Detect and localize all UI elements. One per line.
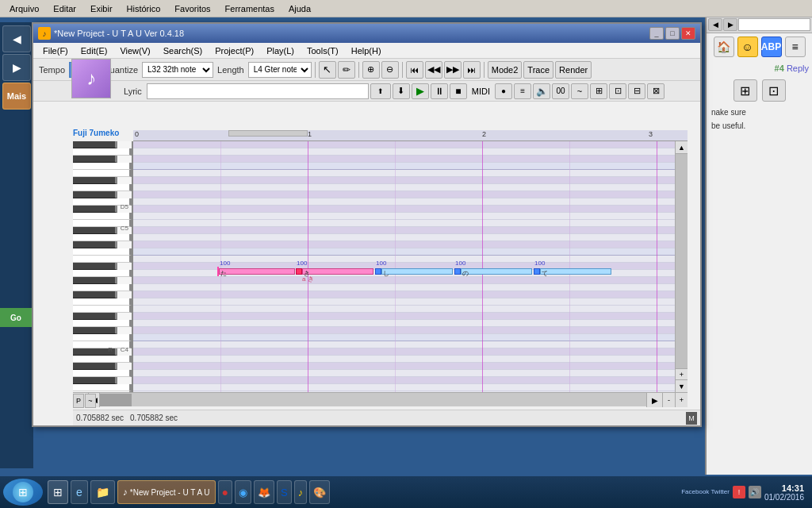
select-tool-btn[interactable]: ↖ <box>319 61 336 79</box>
action-icon-1[interactable]: ⊞ <box>733 79 757 102</box>
menu-file[interactable]: File(F) <box>36 44 75 57</box>
taskbar-app-utau[interactable]: ♪ *New Project - U T A U <box>117 480 216 504</box>
piano-key-4[interactable] <box>73 170 132 177</box>
piano-key-3[interactable] <box>73 163 132 170</box>
midi-btn-9[interactable]: ⊠ <box>647 83 665 99</box>
menu-editar[interactable]: Editar <box>47 2 82 15</box>
piano-key-26[interactable] <box>73 327 117 334</box>
piano-key-1[interactable] <box>73 148 132 156</box>
midi-btn-6[interactable]: ⊞ <box>590 83 607 99</box>
skip-end-btn[interactable]: ⏭ <box>463 61 481 79</box>
piano-key-34[interactable] <box>73 384 132 391</box>
menu-project[interactable]: Project(P) <box>209 44 260 57</box>
lyric-btn-2[interactable]: ⬇ <box>393 83 410 99</box>
note-3[interactable]: し <box>381 268 453 275</box>
lyric-btn-1[interactable]: ⬆ <box>370 83 391 99</box>
midi-btn-1[interactable]: ● <box>495 83 512 99</box>
stop-btn[interactable]: ■ <box>450 83 467 99</box>
length-select[interactable]: L4 Gter note <box>248 62 312 78</box>
menu-ajuda[interactable]: Ajuda <box>282 2 317 15</box>
note-grid[interactable]: 100 た 100 き a き <box>133 141 688 392</box>
scroll-track-h[interactable] <box>100 393 646 406</box>
piano-key-16[interactable] <box>73 256 132 263</box>
taskbar-app-4[interactable]: ● <box>218 480 232 504</box>
midi-btn-4[interactable]: 00 <box>552 83 569 99</box>
midi-btn-5[interactable]: ~ <box>571 83 588 99</box>
scroll-thumb-h[interactable] <box>100 394 132 406</box>
maximize-button[interactable]: □ <box>665 27 680 40</box>
browser-icon-star[interactable]: ☺ <box>737 37 758 57</box>
taskbar-app-2[interactable]: e <box>71 480 88 504</box>
piano-key-27[interactable] <box>73 334 132 341</box>
piano-key-17[interactable] <box>73 263 117 270</box>
taskbar-app-3[interactable]: 📁 <box>90 480 115 504</box>
piano-key-25[interactable] <box>73 320 132 327</box>
piano-key-18[interactable] <box>73 270 132 277</box>
close-button[interactable]: ✕ <box>681 27 695 40</box>
note-4-edge[interactable]: 100 <box>454 268 461 275</box>
back-nav-button[interactable]: ◀ <box>2 25 31 52</box>
piano-key-19[interactable] <box>73 277 117 284</box>
scroll-track-v[interactable] <box>676 154 688 368</box>
start-button[interactable]: ⊞ <box>3 479 43 506</box>
piano-key-9[interactable] <box>73 206 117 213</box>
midi-btn-7[interactable]: ⊡ <box>609 83 626 99</box>
scroll-indicator[interactable] <box>228 130 308 137</box>
scroll-down-btn[interactable]: ▼ <box>676 379 688 392</box>
note-2-accent[interactable]: 100 <box>296 268 302 275</box>
trace-btn[interactable]: Trace <box>523 61 553 79</box>
piano-key-33[interactable] <box>73 377 117 384</box>
note-2[interactable]: き <box>302 268 373 275</box>
scroll-right-btn[interactable]: ▶ <box>646 393 662 407</box>
play-btn[interactable]: ▶ <box>412 83 429 99</box>
piano-key-10[interactable] <box>73 213 132 220</box>
mode2-btn[interactable]: Mode2 <box>488 61 523 79</box>
piano-key-21[interactable] <box>73 291 117 298</box>
minimize-button[interactable]: _ <box>649 27 664 40</box>
note-1[interactable]: 100 た <box>219 268 295 275</box>
tray-icon-2[interactable]: 🔊 <box>749 486 761 498</box>
quantize-select[interactable]: L32 32th note <box>142 62 213 78</box>
piano-key-7[interactable] <box>73 191 117 198</box>
pause-btn[interactable]: ⏸ <box>431 83 448 99</box>
menu-play[interactable]: Play(L) <box>260 44 301 57</box>
scroll-plus-h-btn[interactable]: + <box>675 393 688 407</box>
menu-arquivo[interactable]: Arquivo <box>3 2 45 15</box>
taskbar-app-8[interactable]: ♪ <box>294 480 308 504</box>
menu-favoritos[interactable]: Favoritos <box>168 2 216 15</box>
menu-search[interactable]: Search(S) <box>157 44 209 57</box>
reply-link[interactable]: Reply <box>787 64 809 73</box>
menu-exibir[interactable]: Exibir <box>84 2 119 15</box>
piano-key-5[interactable] <box>73 177 117 184</box>
zoom-out-btn[interactable]: ⊖ <box>381 61 399 79</box>
piano-key-20[interactable] <box>73 284 132 291</box>
piano-key-30[interactable] <box>73 356 132 363</box>
note-3-edge[interactable]: 100 <box>375 268 381 275</box>
piano-key-0[interactable] <box>73 141 117 148</box>
scroll-minus-btn[interactable]: - <box>662 393 675 407</box>
zoom-in-btn[interactable]: ⊕ <box>362 61 380 79</box>
menu-ferramentas[interactable]: Ferramentas <box>219 2 281 15</box>
piano-key-14[interactable] <box>73 241 117 248</box>
go-button[interactable]: Go <box>0 308 32 327</box>
note-5-edge[interactable]: 100 <box>534 268 540 275</box>
note-5[interactable]: て <box>540 268 611 275</box>
midi-btn-3[interactable]: 🔈 <box>533 83 550 99</box>
pencil-tool-btn[interactable]: ✏ <box>338 61 355 79</box>
piano-key-15[interactable] <box>73 248 132 256</box>
piano-key-6[interactable] <box>73 184 132 191</box>
forward-nav-button[interactable]: ▶ <box>2 54 31 81</box>
skip-start-btn[interactable]: ⏮ <box>406 61 423 79</box>
midi-btn-2[interactable]: ≡ <box>514 83 531 99</box>
browser-address[interactable] <box>738 18 810 31</box>
menu-tools[interactable]: Tools(T) <box>301 44 345 57</box>
piano-key-31[interactable] <box>73 363 117 370</box>
tray-icon-1[interactable]: ! <box>733 486 745 498</box>
browser-back-btn[interactable]: ◀ <box>708 18 722 31</box>
browser-forward-btn[interactable]: ▶ <box>723 18 737 31</box>
piano-key-32[interactable] <box>73 370 132 377</box>
menu-edit[interactable]: Edit(E) <box>75 44 114 57</box>
piano-key-23[interactable] <box>73 306 132 313</box>
taskbar-app-9[interactable]: 🎨 <box>309 480 330 504</box>
piano-key-24[interactable] <box>73 313 117 320</box>
